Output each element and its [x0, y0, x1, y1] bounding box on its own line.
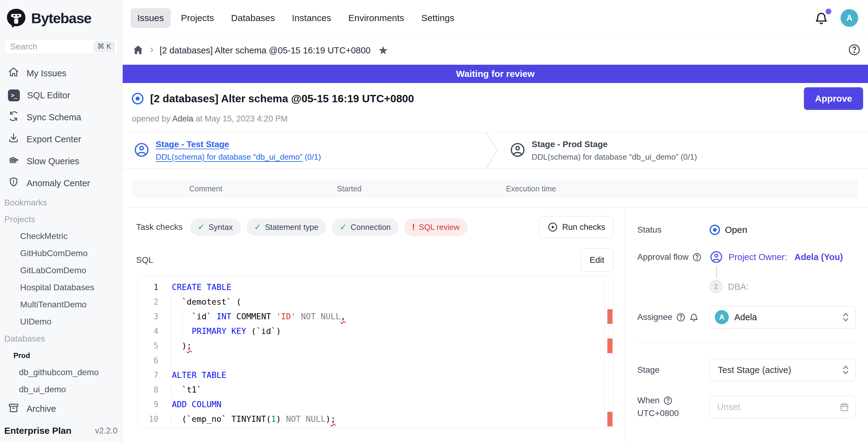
line-number: 9 [138, 397, 165, 412]
indent-guide [183, 309, 183, 324]
code-line-8[interactable]: 8 `t1` [138, 382, 613, 397]
environment-label: Prod [0, 347, 122, 364]
bytebase-app: Bytebase ⌘ K My Issues>_SQL EditorSync S… [0, 0, 868, 442]
tab-settings[interactable]: Settings [414, 8, 461, 28]
edit-sql-button[interactable]: Edit [581, 249, 614, 272]
sidebar-item-my-issues[interactable]: My Issues [0, 62, 122, 84]
open-status-icon [710, 225, 720, 235]
user-avatar[interactable]: A [840, 9, 858, 27]
stage-name[interactable]: Stage - Prod Stage [532, 139, 697, 149]
plan-footer[interactable]: Enterprise Plan v2.2.0 [0, 420, 122, 442]
byline-date: at May 15, 2023 4:20 PM [196, 114, 288, 123]
bookmark-star-icon[interactable]: ★ [378, 44, 388, 56]
sidebar-item-label: Archive [27, 404, 56, 414]
stage-task[interactable]: DDL(schema) for database "db_ui_demo" [156, 152, 303, 161]
check-pill-statement-type[interactable]: ✓Statement type [247, 219, 326, 235]
panel-divider [637, 343, 856, 343]
code-line-2[interactable]: 2 `demotest` ( [138, 294, 613, 309]
project-gitlabcomdemo[interactable]: GitLabComDemo [0, 262, 122, 279]
project-hospital-databases[interactable]: Hospital Databases [0, 279, 122, 296]
status-value: Open [725, 225, 747, 235]
home-icon[interactable] [132, 44, 144, 57]
breadcrumb-title[interactable]: [2 databases] Alter schema @05-15 16:19 … [160, 45, 371, 56]
code-line-9[interactable]: 9ADD COLUMN [138, 397, 613, 412]
play-circle-icon [548, 222, 558, 232]
stage-name[interactable]: Stage - Test Stage [156, 139, 321, 149]
tab-environments[interactable]: Environments [342, 8, 411, 28]
approval-step-1[interactable]: Project Owner: Adela (You) [710, 250, 843, 264]
sidebar-item-sync-schema[interactable]: Sync Schema [0, 106, 122, 128]
run-checks-label: Run checks [562, 223, 605, 232]
stage-card-test[interactable]: Stage - Test Stage DDL(schema) for datab… [123, 132, 486, 168]
check-pill-list: ✓Syntax✓Statement type✓Connection!SQL re… [190, 219, 467, 235]
approval-step-assignee[interactable]: Adela (You) [795, 252, 843, 262]
nav-tabs: IssuesProjectsDatabasesInstancesEnvironm… [131, 8, 461, 28]
line-number: 10 [138, 412, 165, 427]
sidebar-item-anomaly-center[interactable]: Anomaly Center [0, 172, 122, 194]
help-icon[interactable] [692, 252, 702, 262]
assignee-select[interactable]: A Adela [710, 306, 856, 328]
search-input[interactable] [9, 41, 94, 52]
sql-editor[interactable]: 1CREATE TABLE2 `demotest` (3 `id` INT CO… [137, 277, 614, 428]
sidebar-item-archive[interactable]: Archive [0, 398, 122, 420]
code-line-10[interactable]: 10 (`emp_no` TINYINT(1) NOT NULL); [138, 412, 613, 427]
issue-header: [2 databases] Alter schema @05-15 16:19 … [123, 83, 868, 124]
line-number: 4 [138, 324, 165, 339]
check-pill-sql-review[interactable]: !SQL review [404, 219, 467, 235]
notification-dot [826, 8, 831, 14]
check-pill-syntax[interactable]: ✓Syntax [190, 219, 241, 235]
content-row: Task checks ✓Syntax✓Statement type✓Conne… [123, 208, 868, 442]
stage-label: Stage [637, 365, 710, 375]
step-number-badge: 2 [710, 280, 722, 293]
issue-title: [2 databases] Alter schema @05-15 16:19 … [150, 93, 414, 105]
project-checkmetric[interactable]: CheckMetric [0, 228, 122, 245]
check-pill-label: SQL review [419, 223, 459, 232]
check-pill-connection[interactable]: ✓Connection [332, 219, 398, 235]
when-label-block: When UTC+0800 [637, 396, 710, 418]
project-githubcomdemo[interactable]: GitHubComDemo [0, 245, 122, 262]
help-icon[interactable] [676, 313, 685, 322]
schedule-input[interactable] [717, 402, 839, 412]
tab-instances[interactable]: Instances [285, 8, 338, 28]
task-detail-pane: Task checks ✓Syntax✓Statement type✓Conne… [123, 208, 624, 442]
code-line-4[interactable]: 4 PRIMARY KEY (`id`) [138, 324, 613, 339]
download-icon [8, 132, 19, 146]
calendar-icon [839, 402, 849, 412]
approve-button[interactable]: Approve [804, 87, 863, 110]
code-line-5[interactable]: 5 ); [138, 339, 613, 353]
database-db_githubcom_demo[interactable]: db_githubcom_demo [0, 364, 122, 381]
indent-guide [171, 412, 171, 427]
turtle-icon [8, 154, 19, 168]
bytebase-logo-icon [6, 8, 26, 28]
when-row: When UTC+0800 [637, 396, 856, 418]
stage-progress: (0/1) [305, 152, 321, 161]
tab-projects[interactable]: Projects [174, 8, 221, 28]
sidebar-item-export-center[interactable]: Export Center [0, 128, 122, 150]
sidebar-item-label: Sync Schema [27, 112, 81, 122]
sidebar-item-sql-editor[interactable]: >_SQL Editor [0, 84, 122, 106]
tab-issues[interactable]: Issues [131, 8, 170, 28]
search-box[interactable]: ⌘ K [4, 39, 118, 54]
stage-card-prod[interactable]: Stage - Prod Stage DDL(schema) for datab… [499, 132, 697, 168]
run-checks-button[interactable]: Run checks [539, 216, 614, 238]
sidebar-item-slow-queries[interactable]: Slow Queries [0, 150, 122, 172]
subscribe-bell-icon[interactable] [689, 313, 699, 322]
database-db_ui_demo[interactable]: db_ui_demo [0, 381, 122, 398]
logo[interactable]: Bytebase [0, 0, 122, 36]
code-line-6[interactable]: 6 [138, 353, 613, 368]
project-multitenantdemo[interactable]: MultiTenantDemo [0, 296, 122, 313]
tab-databases[interactable]: Databases [224, 8, 281, 28]
stage-task[interactable]: DDL(schema) for database "db_ui_demo" [532, 152, 679, 161]
project-uidemo[interactable]: UIDemo [0, 313, 122, 330]
code-line-3[interactable]: 3 `id` INT COMMENT 'ID' NOT NULL, [138, 309, 613, 324]
task-checks-row: Task checks ✓Syntax✓Statement type✓Conne… [136, 216, 614, 238]
code-line-1[interactable]: 1CREATE TABLE [138, 280, 613, 294]
code-line-7[interactable]: 7ALTER TABLE [138, 368, 613, 382]
help-icon[interactable] [848, 43, 861, 57]
notifications-bell-icon[interactable] [814, 11, 828, 25]
stage-select[interactable]: Test Stage (active) [710, 359, 856, 381]
approval-flow-label: Approval flow [637, 250, 710, 262]
help-icon[interactable] [663, 396, 673, 405]
schedule-datetime-field[interactable] [710, 396, 856, 418]
check-pill-label: Connection [351, 223, 391, 232]
